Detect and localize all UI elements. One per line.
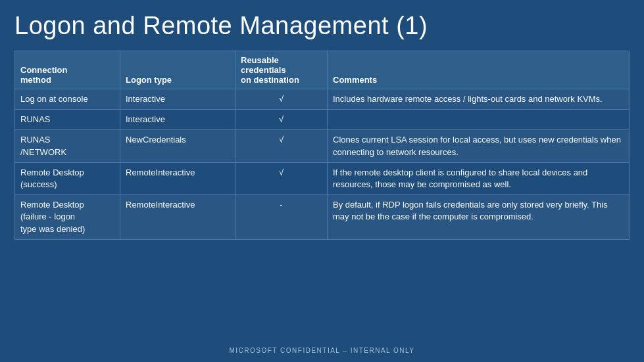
cell-reuse: √ bbox=[235, 130, 328, 162]
cell-method: Remote Desktop (success) bbox=[15, 162, 120, 194]
cell-method: RUNAS bbox=[15, 110, 120, 130]
cell-method: RUNAS /NETWORK bbox=[15, 130, 120, 162]
cell-comments: Includes hardware remote access / lights… bbox=[328, 89, 630, 110]
header-logon: Logon type bbox=[120, 51, 235, 89]
header-reuse: Reusable credentialson destination bbox=[235, 51, 328, 89]
cell-logon: RemoteInteractive bbox=[120, 162, 235, 194]
cell-logon: NewCredentials bbox=[120, 130, 235, 162]
table-container: Connectionmethod Logon type Reusable cre… bbox=[14, 51, 630, 343]
cell-method: Remote Desktop (failure - logon type was… bbox=[15, 195, 120, 240]
cell-logon: Interactive bbox=[120, 110, 235, 130]
table-row: Remote Desktop (failure - logon type was… bbox=[15, 195, 630, 240]
cell-reuse: - bbox=[235, 195, 328, 240]
cell-reuse: √ bbox=[235, 110, 328, 130]
cell-comments: Clones current LSA session for local acc… bbox=[328, 130, 630, 162]
header-comments: Comments bbox=[328, 51, 630, 89]
cell-comments bbox=[328, 110, 630, 130]
table-row: RUNASInteractive√ bbox=[15, 110, 630, 130]
data-table: Connectionmethod Logon type Reusable cre… bbox=[14, 51, 630, 240]
cell-comments: By default, if RDP logon fails credentia… bbox=[328, 195, 630, 240]
cell-logon: RemoteInteractive bbox=[120, 195, 235, 240]
cell-reuse: √ bbox=[235, 89, 328, 110]
table-row: Log on at consoleInteractive√Includes ha… bbox=[15, 89, 630, 110]
table-row: Remote Desktop (success)RemoteInteractiv… bbox=[15, 162, 630, 194]
table-row: RUNAS /NETWORKNewCredentials√Clones curr… bbox=[15, 130, 630, 162]
cell-logon: Interactive bbox=[120, 89, 235, 110]
cell-comments: If the remote desktop client is configur… bbox=[328, 162, 630, 194]
cell-method: Log on at console bbox=[15, 89, 120, 110]
page-container: Logon and Remote Management (1) Connecti… bbox=[0, 0, 644, 362]
header-method: Connectionmethod bbox=[15, 51, 120, 89]
cell-reuse: √ bbox=[235, 162, 328, 194]
footer-text: MICROSOFT CONFIDENTIAL – INTERNAL ONLY bbox=[14, 347, 630, 354]
page-title: Logon and Remote Management (1) bbox=[14, 12, 630, 40]
table-header-row: Connectionmethod Logon type Reusable cre… bbox=[15, 51, 630, 89]
